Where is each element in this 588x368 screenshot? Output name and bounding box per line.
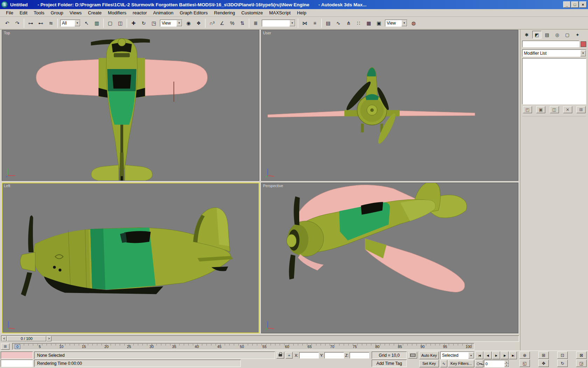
undo-button[interactable]: ↶	[2, 19, 12, 27]
render-scene-button[interactable]: ▦	[364, 19, 373, 27]
go-to-start-button[interactable]: |◀	[475, 352, 483, 359]
y-coordinate-field[interactable]	[324, 352, 344, 359]
select-and-scale-button[interactable]: ◳	[149, 19, 159, 27]
menu-group[interactable]: Group	[48, 9, 66, 16]
make-unique-button[interactable]: ◫	[550, 106, 559, 113]
zoom-extents-all-button[interactable]: ⊠	[576, 352, 587, 359]
track-bar[interactable]: 0 5 10 15 20 25 30 35 40 45 50 55 60 65 …	[12, 343, 474, 350]
chevron-down-icon[interactable]: ▼	[176, 20, 182, 26]
set-key-button[interactable]: Set Key	[419, 360, 439, 367]
title-bar[interactable]: S Untitled - Project Folder: D:\Program …	[0, 0, 588, 9]
add-time-tag[interactable]: Add Time Tag	[372, 360, 407, 367]
maxscript-mini-listener-pink[interactable]	[1, 352, 33, 359]
named-selection-dropdown[interactable]: ▼	[262, 20, 295, 27]
modify-tab[interactable]: ◩	[532, 31, 541, 39]
menu-animation[interactable]: Animation	[150, 9, 177, 16]
selection-lock-toggle[interactable]	[276, 352, 284, 359]
play-animation-button[interactable]: ▶	[492, 352, 500, 359]
min-max-toggle-button[interactable]: ◲	[576, 360, 587, 367]
align-button[interactable]: ≡	[310, 19, 320, 27]
bind-to-space-warp-button[interactable]: ≋	[46, 19, 56, 27]
edit-named-selection-sets-button[interactable]: ≣	[251, 19, 260, 27]
new-key-tangent-button[interactable]: ∿	[440, 360, 447, 367]
redo-button[interactable]: ↷	[13, 19, 22, 27]
menu-reactor[interactable]: reactor	[130, 9, 150, 16]
show-end-result-button[interactable]: ▣	[536, 106, 545, 113]
window-crossing-toggle-button[interactable]: ◫	[115, 19, 125, 27]
select-object-button[interactable]: ↖	[82, 19, 91, 27]
display-tab[interactable]: ▢	[563, 31, 572, 39]
configure-modifier-sets-button[interactable]: ⊞	[576, 106, 586, 113]
arc-rotate-button[interactable]: ↻	[557, 360, 568, 367]
selection-filter-dropdown[interactable]: All ▼	[60, 20, 80, 27]
chevron-down-icon[interactable]: ▼	[401, 20, 407, 26]
menu-tools[interactable]: Tools	[30, 9, 47, 16]
chevron-down-icon[interactable]: ▼	[468, 352, 474, 359]
rectangular-selection-region-button[interactable]: ▢	[105, 19, 115, 27]
zoom-button[interactable]: ⊕	[519, 352, 530, 359]
spinner-down-icon[interactable]: ▼	[504, 364, 509, 367]
menu-help[interactable]: Help	[294, 9, 309, 16]
object-name-field[interactable]	[522, 41, 579, 47]
curve-editor-button[interactable]: ∿	[334, 19, 343, 27]
hierarchy-tab[interactable]: ▤	[542, 31, 552, 39]
spinner-snap-button[interactable]: ⇅	[238, 19, 247, 27]
chevron-down-icon[interactable]: ▼	[75, 20, 80, 26]
previous-frame-button[interactable]: ◀|	[484, 352, 492, 359]
absolute-mode-toggle[interactable]: +	[286, 352, 293, 359]
snaps-toggle-button[interactable]: ∩³	[207, 19, 217, 27]
utilities-tab[interactable]: ✦	[573, 31, 582, 39]
viewport-top[interactable]: Top	[2, 30, 259, 181]
unlink-selection-button[interactable]: ⊷	[36, 19, 46, 27]
auto-key-button[interactable]: Auto Key	[419, 352, 439, 359]
viewport-perspective-label[interactable]: Perspective	[263, 184, 283, 188]
menu-create[interactable]: Create	[85, 9, 105, 16]
select-and-manipulate-button[interactable]: ❖	[194, 19, 203, 27]
chevron-down-icon[interactable]: ▼	[289, 20, 295, 26]
menu-graph-editors[interactable]: Graph Editors	[176, 9, 211, 16]
menu-maxscript[interactable]: MAXScript	[266, 9, 294, 16]
time-slider-next-arrow[interactable]: >	[47, 336, 51, 341]
zoom-region-button[interactable]: ◱	[519, 360, 530, 367]
maximize-button[interactable]: □	[571, 1, 579, 8]
select-and-rotate-button[interactable]: ↻	[139, 19, 148, 27]
go-to-end-button[interactable]: ▶|	[509, 352, 517, 359]
modifier-stack[interactable]	[522, 58, 586, 104]
menu-edit[interactable]: Edit	[16, 9, 30, 16]
select-and-link-button[interactable]: ⊶	[26, 19, 35, 27]
pin-stack-button[interactable]: ◰	[523, 106, 532, 113]
menu-modifiers[interactable]: Modifiers	[105, 9, 130, 16]
close-button[interactable]: ×	[579, 1, 587, 8]
zoom-all-button[interactable]: ⊞	[538, 352, 549, 359]
mirror-button[interactable]: ⋈	[300, 19, 309, 27]
use-pivot-point-center-button[interactable]: ◉	[184, 19, 193, 27]
modifier-list-dropdown[interactable]: Modifier List ▼	[522, 49, 586, 57]
quick-render-button[interactable]: ◍	[409, 19, 418, 27]
render-view-dropdown[interactable]: View ▼	[385, 20, 407, 27]
menu-file[interactable]: File	[3, 9, 16, 16]
keyboard-shortcut-override-toggle[interactable]	[408, 352, 417, 359]
current-frame-marker[interactable]: 0	[15, 344, 20, 349]
select-by-name-button[interactable]: ▥	[92, 19, 102, 27]
chevron-down-icon[interactable]: ▼	[580, 50, 586, 56]
menu-views[interactable]: Views	[66, 9, 85, 16]
current-frame-field[interactable]	[484, 360, 504, 367]
pan-view-button[interactable]: ✥	[538, 360, 549, 367]
set-key-selection-dropdown[interactable]: Selected ▼	[440, 352, 474, 359]
z-coordinate-field[interactable]	[350, 352, 369, 359]
percent-snap-button[interactable]: %	[227, 19, 237, 27]
viewport-user-label[interactable]: User	[263, 31, 271, 35]
layer-manager-button[interactable]: ▤	[323, 19, 333, 27]
viewport-top-label[interactable]: Top	[4, 31, 10, 35]
time-slider-track[interactable]: < 0 / 100 >	[1, 335, 519, 342]
maxscript-mini-listener-white[interactable]	[1, 360, 33, 367]
time-slider-prev-arrow[interactable]: <	[2, 336, 7, 341]
schematic-view-button[interactable]: ⋔	[344, 19, 353, 27]
key-filters-button[interactable]: Key Filters...	[448, 360, 474, 367]
key-mode-toggle[interactable]	[475, 360, 483, 367]
zoom-extents-button[interactable]: ⊡	[557, 352, 568, 359]
reference-coordinate-dropdown[interactable]: View ▼	[160, 20, 182, 27]
select-and-move-button[interactable]: ✚	[129, 19, 138, 27]
render-type-button[interactable]: ▣	[374, 19, 384, 27]
time-slider-handle[interactable]: 0 / 100	[7, 336, 46, 341]
